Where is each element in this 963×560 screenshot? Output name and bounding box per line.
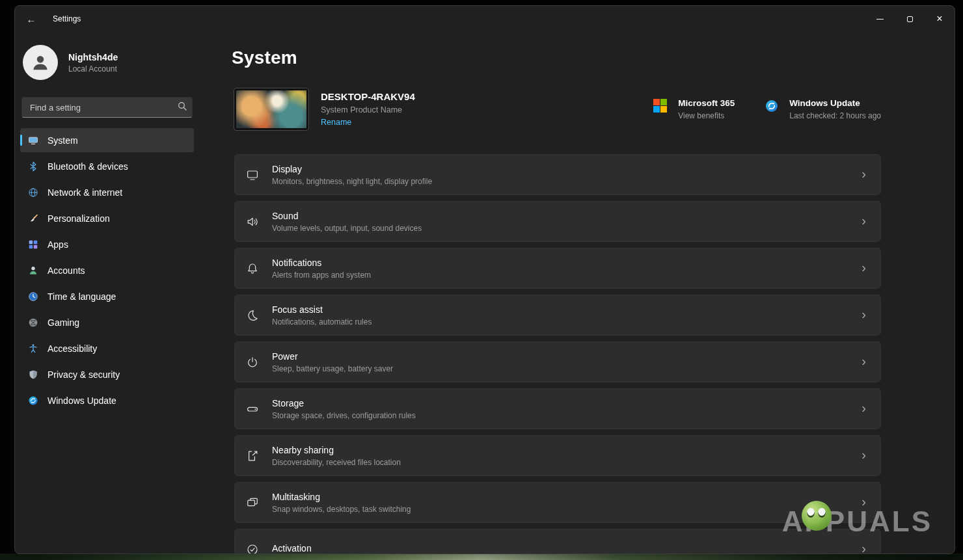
sidebar-item-label: Bluetooth & devices [47,161,128,172]
maximize-button[interactable] [895,6,925,32]
sidebar-item-label: Apps [47,239,68,250]
person-silhouette-icon [31,53,50,72]
sidebar-item-accessibility[interactable]: Accessibility [20,336,194,360]
sidebar-item-accounts[interactable]: Accounts [20,258,194,282]
sidebar-item-windows-update[interactable]: Windows Update [20,388,194,412]
sidebar-item-personalization[interactable]: Personalization [20,206,194,230]
sidebar-item-label: Privacy & security [47,369,120,380]
settings-row-sound[interactable]: Sound Volume levels, output, input, soun… [234,201,881,242]
close-icon: × [936,14,942,24]
device-name: DESKTOP-4RAKV94 [321,91,415,102]
globe-icon [28,187,38,198]
page-title: System [232,47,297,68]
chevron-right-icon: › [861,401,866,416]
minimize-button[interactable] [865,6,895,32]
row-subtitle: Monitors, brightness, night light, displ… [272,177,432,186]
person-icon [28,265,38,276]
close-button[interactable]: × [925,6,955,32]
sidebar-item-label: Time & language [47,291,116,302]
search-box [21,97,193,118]
account-type: Local Account [68,64,118,73]
drive-icon [246,403,259,416]
sidebar-item-label: Gaming [47,317,79,328]
settings-row-storage[interactable]: Storage Storage space, drives, configura… [234,388,881,429]
bell-icon [246,262,259,275]
caption-buttons: × [865,6,955,32]
settings-row-display[interactable]: Display Monitors, brightness, night ligh… [234,154,881,195]
settings-list: Display Monitors, brightness, night ligh… [234,154,881,554]
windows-update-title: Windows Update [789,98,881,108]
accessibility-icon [28,343,38,354]
main-content: System DESKTOP-4RAKV94 System Product Na… [220,32,955,553]
row-subtitle: Snap windows, desktops, task switching [272,505,411,514]
bluetooth-icon [28,161,38,172]
row-title: Multitasking [272,492,411,502]
row-title: Activation [272,543,312,553]
back-arrow-icon: ← [27,14,36,25]
device-thumbnail [234,88,308,130]
sidebar: Nightsh4de Local Account System Bluetoot… [15,32,213,553]
row-title: Focus assist [272,304,372,315]
row-subtitle: Notifications, automatic rules [272,317,372,327]
checkmark-circle-icon [246,543,259,555]
sidebar-nav: System Bluetooth & devices Network & int… [20,128,194,412]
moon-icon [246,309,259,322]
chevron-right-icon: › [861,354,866,369]
speaker-icon [246,215,259,228]
layers-icon [246,496,259,509]
account-block[interactable]: Nightsh4de Local Account [20,41,194,84]
settings-row-power[interactable]: Power Sleep, battery usage, battery save… [234,341,881,382]
maximize-icon [907,16,913,22]
microsoft-365-icon [653,99,668,113]
settings-row-notifications[interactable]: Notifications Alerts from apps and syste… [234,248,881,289]
sidebar-item-label: Accounts [47,265,85,276]
share-icon [246,449,259,462]
windows-update-subtitle: Last checked: 2 hours ago [789,111,881,120]
row-title: Sound [272,211,422,221]
sidebar-item-label: Accessibility [47,343,97,354]
selected-indicator [20,135,22,146]
settings-row-nearby-sharing[interactable]: Nearby sharing Discoverability, received… [234,435,881,476]
apps-grid-icon [28,239,38,250]
sidebar-item-bluetooth-devices[interactable]: Bluetooth & devices [20,154,194,178]
clock-icon [28,291,38,302]
row-subtitle: Sleep, battery usage, battery saver [272,364,393,373]
sidebar-item-label: System [47,135,78,146]
sidebar-item-label: Network & internet [47,187,122,198]
window-title: Settings [53,14,81,23]
display-icon [246,168,259,181]
sidebar-item-gaming[interactable]: Gaming [20,310,194,334]
microsoft-365-card[interactable]: Microsoft 365 View benefits [653,98,735,120]
row-subtitle: Alerts from apps and system [272,271,371,280]
avatar [23,45,58,80]
appuals-mascot-icon [802,501,832,531]
sidebar-item-system[interactable]: System [20,128,194,152]
sync-icon [28,395,38,406]
row-subtitle: Discoverability, received files location [272,458,401,467]
microsoft-365-subtitle: View benefits [678,111,735,120]
search-icon [178,101,187,113]
search-input[interactable] [29,102,178,113]
row-title: Notifications [272,258,371,268]
chevron-right-icon: › [861,542,866,554]
row-title: Power [272,351,393,362]
chevron-right-icon: › [861,448,866,463]
windows-update-icon [765,99,779,113]
sidebar-item-privacy-security[interactable]: Privacy & security [20,362,194,386]
device-product-name: System Product Name [321,105,415,114]
row-title: Display [272,164,432,174]
sidebar-item-apps[interactable]: Apps [20,232,194,256]
user-name: Nightsh4de [68,52,118,62]
back-button[interactable]: ← [19,9,44,29]
sidebar-item-network-internet[interactable]: Network & internet [20,180,194,204]
rename-link[interactable]: Rename [321,118,351,127]
device-header: DESKTOP-4RAKV94 System Product Name Rena… [234,88,881,130]
windows-update-card[interactable]: Windows Update Last checked: 2 hours ago [765,98,881,120]
sidebar-item-time-language[interactable]: Time & language [20,284,194,308]
power-icon [246,356,259,369]
settings-row-focus-assist[interactable]: Focus assist Notifications, automatic ru… [234,295,881,336]
row-title: Storage [272,398,416,408]
sidebar-item-label: Personalization [47,213,110,224]
microsoft-365-title: Microsoft 365 [678,98,735,108]
desktop-wallpaper-strip [0,553,963,560]
